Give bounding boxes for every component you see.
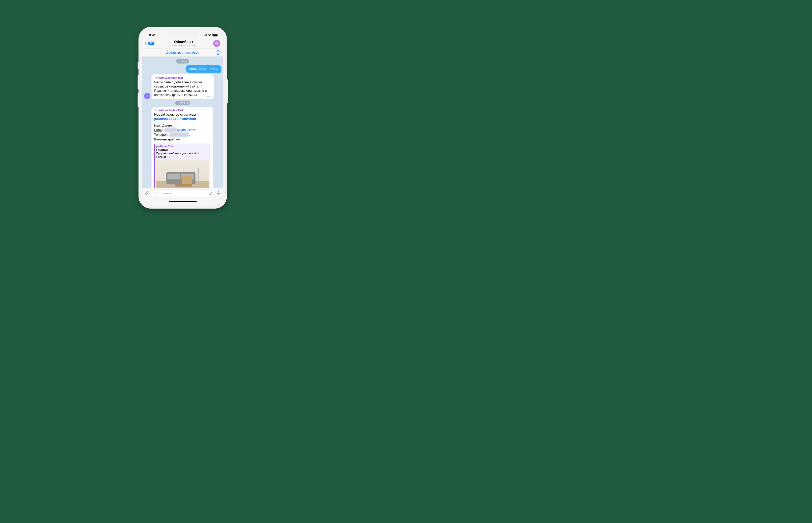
side-button-power (227, 79, 228, 103)
field-label-email: Email (154, 128, 162, 132)
screen: 9:41 12 Общий чат 3 участн (142, 31, 223, 205)
chat-scroll[interactable]: 15 мая /verifyxxxxx 18:01 T Tinkoff Webs… (142, 56, 223, 188)
svg-point-0 (209, 192, 212, 194)
cellular-icon (204, 34, 207, 36)
preview-title: Главная (156, 148, 209, 151)
order-title: Новый заказ со страницы (154, 113, 196, 116)
side-button-silence (138, 61, 139, 69)
unread-badge: 12 (148, 41, 154, 45)
sender-name: Tinkoff Websites Bot (154, 76, 211, 79)
message-bubble-incoming[interactable]: Tinkoff Websites Bot Новый заказ со стра… (152, 107, 213, 188)
date-chip: Сегодня (175, 101, 190, 105)
message-row-incoming: T Tinkoff Websites Bot Чат успешно добав… (144, 74, 221, 99)
attach-button[interactable] (145, 191, 149, 195)
svg-rect-1 (218, 192, 219, 193)
field-label-phone: Телефон (154, 133, 168, 137)
add-members-bar: Добавить участников (142, 49, 223, 57)
dismiss-addbar-button[interactable] (216, 50, 220, 55)
add-members-link[interactable]: Добавить участников (166, 51, 199, 54)
sender-name: Tinkoff Websites Bot (154, 108, 210, 112)
redacted-phone: xxxxxxxxxxxx (169, 132, 189, 137)
message-time: 18:01 (206, 95, 212, 98)
sender-avatar[interactable]: T (144, 93, 150, 99)
status-icons (204, 34, 218, 36)
battery-icon (212, 34, 218, 36)
side-button-volume-up (138, 75, 139, 89)
chat-title-block[interactable]: Общий чат 3 участника, 2 в сети (154, 40, 213, 47)
field-value-comment: —; (176, 138, 180, 141)
preview-description: Продаем мебель с доставкой по России. (156, 151, 209, 159)
paperclip-icon (145, 191, 149, 195)
notch (167, 31, 199, 36)
redacted-email: xxxxxxxx (164, 128, 177, 132)
phone-frame: 9:41 12 Общий чат 3 участн (139, 27, 227, 209)
message-text: Чат успешно добавлен в список сервисов у… (154, 80, 211, 97)
field-value-name: Данил; (162, 124, 173, 127)
side-button-volume-down (138, 93, 139, 107)
field-value-phone-sep: ; (189, 133, 190, 137)
order-fields: Имя: Данил; Email: xxxxxxxx@gmail.com; Т… (154, 123, 210, 142)
home-indicator-area (142, 199, 223, 204)
message-bubble-outgoing[interactable]: /verifyxxxxx 18:01 (186, 65, 221, 73)
status-bar: 9:41 (142, 31, 223, 39)
field-value-email-domain[interactable]: @gmail.com; (177, 128, 196, 132)
message-time: 18:01 (210, 68, 215, 70)
read-checks-icon (216, 68, 219, 70)
wifi-icon (208, 34, 211, 36)
status-time: 9:41 (149, 33, 156, 37)
stickers-icon[interactable] (208, 191, 212, 195)
chevron-left-icon (145, 41, 148, 45)
link-preview[interactable]: justhome2.tb.ru Главная Продаем мебель с… (154, 143, 210, 188)
chat-header: 12 Общий чат 3 участника, 2 в сети O (142, 39, 223, 49)
message-row-outgoing: /verifyxxxxx 18:01 (144, 65, 221, 73)
message-placeholder: Сообщение (154, 191, 172, 195)
home-indicator[interactable] (169, 201, 197, 202)
back-button[interactable]: 12 (145, 41, 154, 45)
compose-bar: Сообщение (142, 188, 223, 199)
message-text: /verify (189, 67, 197, 71)
chat-title: Общий чат (154, 40, 213, 44)
microphone-icon (217, 191, 221, 195)
redacted-text: xxxxx (197, 67, 208, 71)
field-label-name: Имя (154, 124, 160, 127)
message-meta: 18:01 (210, 68, 219, 70)
close-icon (217, 52, 219, 53)
chat-avatar[interactable]: O (213, 40, 220, 47)
preview-site: justhome2.tb.ru (156, 145, 209, 148)
order-source-link[interactable]: justhome2.tb.ru/main#form (154, 117, 196, 121)
voice-button[interactable] (217, 191, 221, 195)
message-bubble-incoming[interactable]: Tinkoff Websites Bot Чат успешно добавле… (152, 74, 214, 99)
preview-image (156, 160, 209, 188)
field-label-comment: Комментарий (154, 138, 175, 141)
date-chip: 15 мая (176, 59, 189, 64)
message-row-incoming: T Tinkoff Websites Bot Новый заказ со ст… (144, 107, 221, 188)
chat-subtitle: 3 участника, 2 в сети (154, 44, 213, 47)
message-input[interactable]: Сообщение (151, 190, 215, 197)
